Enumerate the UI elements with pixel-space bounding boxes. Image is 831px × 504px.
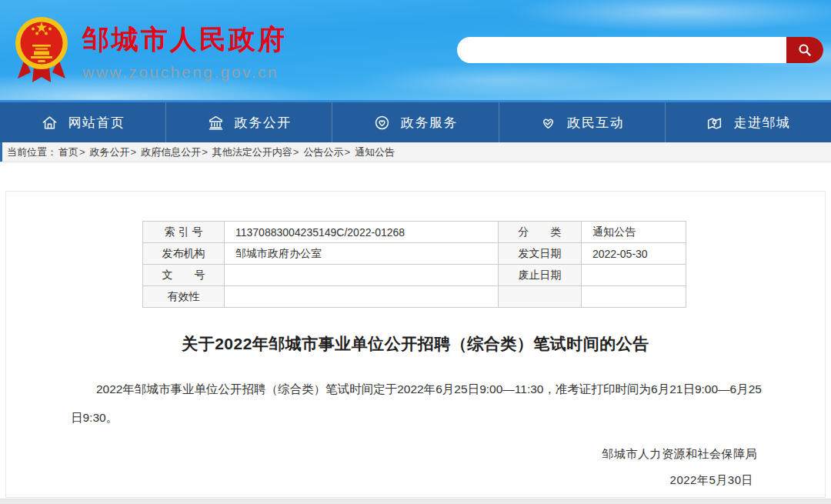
meta-label: 废止日期 (499, 265, 582, 286)
table-row: 发布机构 邹城市政府办公室 发文日期 2022-05-30 (143, 243, 686, 265)
breadcrumb-separator: > (79, 146, 85, 158)
nav-item-public-interaction[interactable]: 政民互动 (499, 102, 666, 142)
site-logo[interactable]: 邹城市人民政府 www.zoucheng.gov.cn (14, 12, 287, 86)
breadcrumb-separator: > (344, 146, 350, 158)
breadcrumb-prefix: 当前位置： (7, 145, 57, 159)
nav-item-label: 网站首页 (68, 114, 125, 132)
breadcrumb-item-gov-info[interactable]: 政府信息公开 (141, 145, 201, 159)
government-building-icon (207, 114, 225, 132)
site-url: www.zoucheng.gov.cn (82, 63, 287, 82)
nav-item-home[interactable]: 网站首页 (0, 102, 166, 142)
meta-label: 发文日期 (499, 243, 582, 265)
footer-strip (0, 499, 831, 504)
meta-label (499, 286, 582, 308)
meta-label: 分 类 (499, 222, 582, 243)
breadcrumb-item-gov-affairs[interactable]: 政务公开 (90, 145, 130, 159)
meta-value (225, 286, 499, 308)
content-card: 索 引 号 11370883004235149C/2022-01268 分 类 … (5, 191, 826, 498)
search-input[interactable] (469, 38, 780, 62)
nav-item-label: 政务服务 (401, 114, 458, 132)
meta-value (582, 265, 686, 286)
meta-value: 11370883004235149C/2022-01268 (225, 222, 499, 243)
table-row: 文 号 废止日期 (143, 265, 686, 286)
document-meta-table: 索 引 号 11370883004235149C/2022-01268 分 类 … (142, 221, 686, 308)
article-title: 关于2022年邹城市事业单位公开招聘（综合类）笔试时间的公告 (6, 333, 825, 355)
main-nav: 网站首页 政务公开 政务服务 政民互动 (0, 100, 831, 142)
service-heart-icon (373, 114, 391, 132)
nav-item-label: 走进邹城 (733, 114, 790, 132)
site-header: 邹城市人民政府 www.zoucheng.gov.cn (0, 0, 831, 100)
nav-item-label: 政务公开 (235, 114, 292, 132)
search-bar (457, 37, 823, 63)
breadcrumb-item-other-statutory[interactable]: 其他法定公开内容 (212, 145, 292, 159)
search-button[interactable] (786, 37, 823, 63)
meta-label: 有效性 (143, 286, 225, 308)
nav-item-gov-services[interactable]: 政务服务 (332, 102, 499, 142)
handshake-heart-icon (539, 114, 557, 132)
meta-value: 邹城市政府办公室 (225, 243, 499, 265)
nav-item-gov-affairs[interactable]: 政务公开 (166, 102, 332, 142)
nav-item-about-zoucheng[interactable]: 走进邹城 (666, 102, 831, 142)
nav-item-label: 政民互动 (567, 114, 624, 132)
breadcrumb-item-public-notices[interactable]: 公告公示 (303, 145, 343, 159)
signature-organization: 邹城市人力资源和社会保障局 (602, 447, 758, 462)
site-title: 邹城市人民政府 (82, 22, 287, 58)
article-body: 2022年邹城市事业单位公开招聘（综合类）笔试时间定于2022年6月25日9:0… (71, 375, 762, 432)
meta-label: 发布机构 (143, 243, 225, 265)
breadcrumb-item-home[interactable]: 首页 (58, 145, 78, 159)
national-emblem-icon (14, 12, 69, 86)
meta-label: 索 引 号 (143, 222, 225, 243)
table-row: 有效性 (143, 286, 686, 308)
breadcrumb-separator: > (293, 146, 299, 158)
meta-value: 2022-05-30 (582, 243, 686, 265)
meta-value (225, 265, 499, 286)
breadcrumb-separator: > (202, 146, 208, 158)
map-pin-icon (706, 114, 723, 132)
search-icon (796, 42, 813, 58)
home-icon (41, 114, 58, 132)
page: 邹城市人民政府 www.zoucheng.gov.cn 网站首页 (0, 0, 831, 504)
breadcrumb: 当前位置： 首页 > 政务公开 > 政府信息公开 > 其他法定公开内容 > 公告… (0, 142, 831, 162)
meta-value: 通知公告 (582, 222, 686, 243)
breadcrumb-separator: > (131, 146, 137, 158)
breadcrumb-item-notice-announcements[interactable]: 通知公告 (355, 145, 395, 159)
table-row: 索 引 号 11370883004235149C/2022-01268 分 类 … (143, 222, 686, 243)
meta-value (582, 286, 686, 308)
signature-date: 2022年5月30日 (670, 473, 753, 488)
meta-label: 文 号 (143, 265, 225, 286)
